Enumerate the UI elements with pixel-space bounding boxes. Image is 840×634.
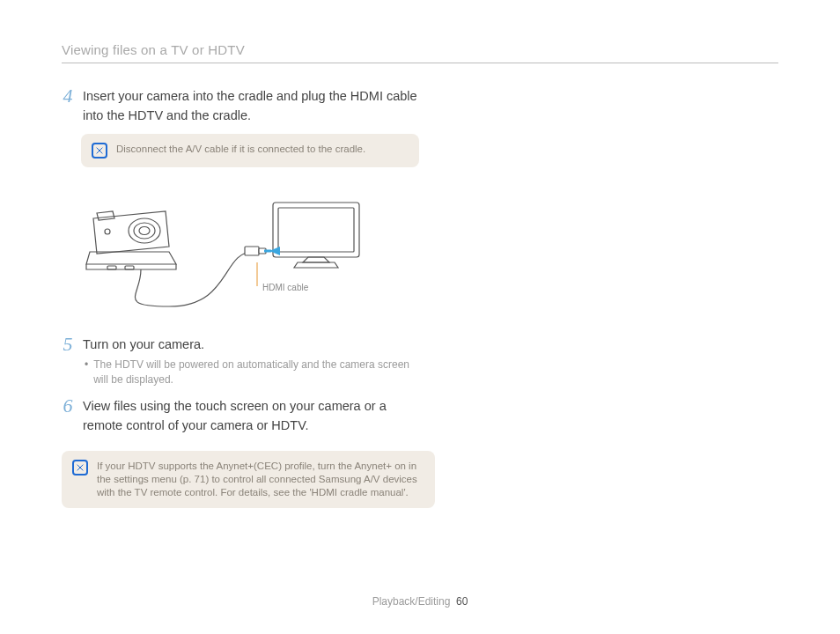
step-number: 5	[62, 335, 74, 387]
step-number: 6	[62, 396, 74, 435]
step-4: 4 Insert your camera into the cradle and…	[62, 86, 423, 125]
footer-section: Playback/Editing	[372, 595, 451, 608]
svg-rect-0	[107, 266, 116, 269]
svg-point-3	[134, 223, 155, 239]
note-disconnect: Disconnect the A/V cable if it is connec…	[81, 134, 419, 167]
note-anynet: If your HDTV supports the Anynet+(CEC) p…	[62, 451, 435, 508]
svg-point-4	[139, 227, 150, 235]
note-icon	[72, 460, 88, 476]
note-text: If your HDTV supports the Anynet+(CEC) p…	[97, 460, 424, 499]
page-title: Viewing files on a TV or HDTV	[62, 42, 778, 57]
svg-rect-10	[264, 250, 271, 253]
page-header: Viewing files on a TV or HDTV	[62, 42, 778, 63]
manual-page: Viewing files on a TV or HDTV 4 Insert y…	[0, 0, 840, 634]
note-icon	[92, 143, 107, 158]
note-text: Disconnect the A/V cable if it is connec…	[116, 143, 365, 156]
connection-diagram: HDMI cable	[81, 183, 363, 315]
content-column: 4 Insert your camera into the cradle and…	[62, 86, 423, 508]
page-footer: Playback/Editing 60	[0, 595, 840, 608]
step-5: 5 Turn on your camera. The HDTV will be …	[62, 335, 423, 387]
step-sub: The HDTV will be powered on automaticall…	[83, 358, 423, 387]
step-number: 4	[62, 86, 74, 125]
step-6: 6 View files using the touch screen on y…	[62, 396, 423, 435]
svg-rect-1	[125, 266, 134, 269]
svg-point-5	[105, 229, 110, 234]
svg-point-2	[129, 218, 160, 243]
step-text: Turn on your camera.	[83, 335, 423, 354]
svg-rect-8	[245, 247, 259, 255]
step-text: View files using the touch screen on you…	[83, 396, 423, 435]
svg-rect-7	[278, 208, 354, 252]
step-text: Insert your camera into the cradle and p…	[83, 86, 423, 125]
svg-rect-6	[273, 203, 359, 257]
footer-page: 60	[456, 595, 468, 608]
diagram-label: HDMI cable	[262, 283, 309, 292]
